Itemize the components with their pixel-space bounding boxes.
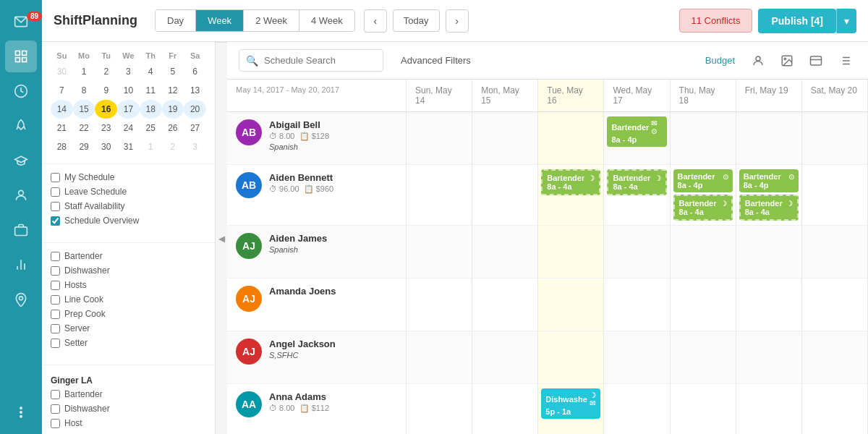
- filter-server[interactable]: Server: [51, 321, 206, 336]
- checkbox-loc-bartender[interactable]: [51, 390, 60, 399]
- shift-block-2[interactable]: Bartender ☽ 8a - 4a: [739, 195, 799, 221]
- cal-day-25[interactable]: 25: [140, 119, 162, 137]
- cal-day-3[interactable]: 3: [184, 137, 206, 156]
- cal-day-27[interactable]: 27: [184, 119, 206, 137]
- filter-loc-host[interactable]: Host: [51, 416, 206, 430]
- cal-day-10[interactable]: 10: [117, 81, 140, 100]
- cal-day-1[interactable]: 1: [73, 62, 95, 81]
- cal-day-16[interactable]: 16: [95, 100, 117, 119]
- checkbox-hosts[interactable]: [51, 281, 60, 290]
- conflicts-button[interactable]: 11 Conflicts: [679, 9, 753, 33]
- tab-4week[interactable]: 4 Week: [299, 10, 354, 31]
- mail-icon[interactable]: 89: [5, 6, 37, 38]
- tab-2week[interactable]: 2 Week: [244, 10, 299, 31]
- publish-button[interactable]: Publish [4]: [758, 9, 836, 33]
- cal-day-2[interactable]: 2: [162, 137, 184, 156]
- cal-day-30[interactable]: 30: [95, 137, 117, 156]
- checkbox-bartender[interactable]: [51, 252, 60, 261]
- cal-day-26[interactable]: 26: [162, 119, 184, 137]
- checkbox-my-schedule[interactable]: [51, 173, 60, 182]
- card-toolbar-icon[interactable]: [804, 49, 827, 72]
- collapse-toggle[interactable]: ◀: [216, 42, 227, 434]
- cal-day-22[interactable]: 22: [73, 119, 95, 137]
- pin-icon[interactable]: [5, 284, 37, 315]
- briefcase-icon[interactable]: [5, 214, 37, 246]
- filter-loc-dishwasher[interactable]: Dishwasher: [51, 401, 206, 416]
- cal-day-23[interactable]: 23: [95, 119, 117, 137]
- clock-icon[interactable]: [5, 75, 37, 107]
- shift-block-2[interactable]: Bartender ☽ 8a - 4a: [673, 195, 733, 221]
- today-button[interactable]: Today: [393, 9, 440, 32]
- cal-day-24[interactable]: 24: [117, 119, 140, 137]
- filter-loc-bartender[interactable]: Bartender: [51, 387, 206, 401]
- filter-dishwasher[interactable]: Dishwasher: [51, 263, 206, 278]
- cal-day-20[interactable]: 20: [184, 100, 206, 119]
- cal-day-14[interactable]: 14: [51, 100, 73, 119]
- image-toolbar-icon[interactable]: [775, 49, 799, 72]
- shift-block[interactable]: Bartender ☽ 8a - 4a: [541, 169, 600, 195]
- graduate-icon[interactable]: [5, 145, 37, 176]
- shift-block[interactable]: Dishwashe ☽ ✉ 5p - 1a: [541, 388, 600, 419]
- shift-cell-tue[interactable]: Dishwashe ☽ ✉ 5p - 1a: [538, 384, 604, 434]
- checkbox-prep-cook[interactable]: [51, 310, 60, 319]
- cal-day-12[interactable]: 12: [162, 81, 184, 100]
- filter-setter[interactable]: Setter: [51, 336, 206, 350]
- cal-day-19[interactable]: 19: [162, 100, 184, 119]
- cal-day-9[interactable]: 9: [95, 81, 117, 100]
- shift-block[interactable]: Bartender ⊙ 8a - 4p: [673, 169, 733, 192]
- cal-day-21[interactable]: 21: [51, 119, 73, 137]
- next-arrow[interactable]: ›: [446, 9, 469, 33]
- shift-cell-wed[interactable]: Bartender ☽ 8a - 4a: [604, 165, 670, 225]
- shift-cell-thu[interactable]: Bartender ⊙ 8a - 4p Bartender ☽ 8a - 4a: [671, 165, 736, 225]
- person-toolbar-icon[interactable]: [746, 49, 770, 72]
- budget-link[interactable]: Budget: [705, 55, 735, 66]
- checkbox-dishwasher[interactable]: [51, 266, 60, 276]
- rocket-icon[interactable]: [5, 110, 37, 142]
- filter-my-schedule[interactable]: My Schedule: [51, 170, 206, 184]
- checkbox-line-cook[interactable]: [51, 295, 60, 305]
- cal-day-28[interactable]: 28: [51, 137, 73, 156]
- filter-line-cook[interactable]: Line Cook: [51, 292, 206, 307]
- cal-day-31[interactable]: 31: [117, 137, 140, 156]
- tab-week[interactable]: Week: [196, 10, 244, 31]
- filter-leave-schedule[interactable]: Leave Schedule: [51, 184, 206, 199]
- shift-block[interactable]: Bartender ☽ 8a - 4a: [607, 169, 666, 195]
- shift-block[interactable]: Bartender ✉ ⊙ 8a - 4p: [607, 116, 666, 147]
- cal-day-7[interactable]: 7: [51, 81, 73, 100]
- cal-day-4[interactable]: 4: [140, 62, 162, 81]
- tab-day[interactable]: Day: [156, 10, 196, 31]
- checkbox-leave-schedule[interactable]: [51, 187, 60, 197]
- checkbox-schedule-overview[interactable]: [51, 216, 60, 226]
- checkbox-loc-dishwasher[interactable]: [51, 404, 60, 414]
- filter-schedule-overview[interactable]: Schedule Overview: [51, 213, 206, 228]
- filter-prep-cook[interactable]: Prep Cook: [51, 307, 206, 321]
- checkbox-staff-availability[interactable]: [51, 202, 60, 211]
- chart-icon[interactable]: [5, 249, 37, 281]
- shift-block[interactable]: Bartender ⊙ 8a - 4p: [739, 169, 799, 192]
- grid-icon[interactable]: [5, 41, 37, 72]
- shift-cell-wed[interactable]: Bartender ✉ ⊙ 8a - 4p: [604, 112, 670, 164]
- cal-day-6[interactable]: 6: [184, 62, 206, 81]
- advanced-filters-button[interactable]: Advanced Filters: [392, 50, 480, 71]
- filter-bartender[interactable]: Bartender: [51, 249, 206, 263]
- more-icon[interactable]: [5, 396, 37, 428]
- cal-day-30[interactable]: 30: [51, 62, 73, 81]
- filter-hosts[interactable]: Hosts: [51, 278, 206, 292]
- cal-day-29[interactable]: 29: [73, 137, 95, 156]
- shift-cell-fri[interactable]: Bartender ⊙ 8a - 4p Bartender ☽ 8a - 4a: [736, 165, 802, 225]
- cal-day-18[interactable]: 18: [140, 100, 162, 119]
- cal-day-2[interactable]: 2: [95, 62, 117, 81]
- person-icon[interactable]: [5, 179, 37, 211]
- cal-day-5[interactable]: 5: [162, 62, 184, 81]
- prev-arrow[interactable]: ‹: [364, 9, 387, 33]
- cal-day-15[interactable]: 15: [73, 100, 95, 119]
- cal-day-1[interactable]: 1: [140, 137, 162, 156]
- checkbox-loc-host[interactable]: [51, 419, 60, 428]
- list-toolbar-icon[interactable]: [833, 49, 856, 72]
- publish-dropdown-arrow[interactable]: ▾: [836, 9, 856, 33]
- checkbox-setter[interactable]: [51, 339, 60, 348]
- filter-staff-availability[interactable]: Staff Availability: [51, 199, 206, 213]
- shift-cell-tue[interactable]: Bartender ☽ 8a - 4a: [538, 165, 604, 225]
- checkbox-server[interactable]: [51, 324, 60, 333]
- cal-day-13[interactable]: 13: [184, 81, 206, 100]
